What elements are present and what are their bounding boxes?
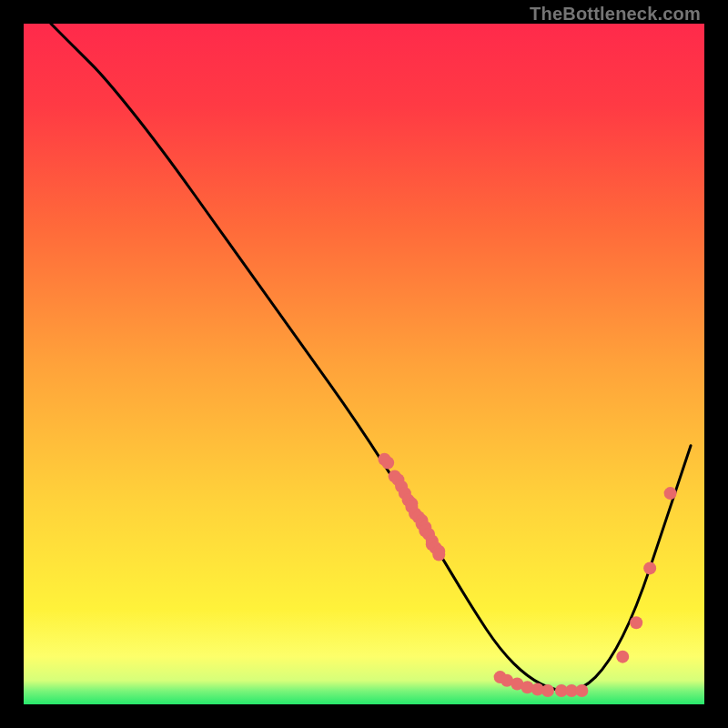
data-point — [541, 684, 554, 697]
watermark-text: TheBottleneck.com — [530, 4, 701, 25]
data-point — [664, 487, 677, 500]
data-point — [616, 651, 629, 663]
chart-frame — [24, 24, 704, 704]
data-point — [381, 456, 394, 469]
bottleneck-chart — [24, 24, 704, 704]
data-point — [432, 548, 445, 561]
data-point — [643, 561, 656, 574]
gradient-background — [24, 24, 704, 704]
data-point — [630, 616, 642, 629]
data-point — [575, 684, 588, 697]
